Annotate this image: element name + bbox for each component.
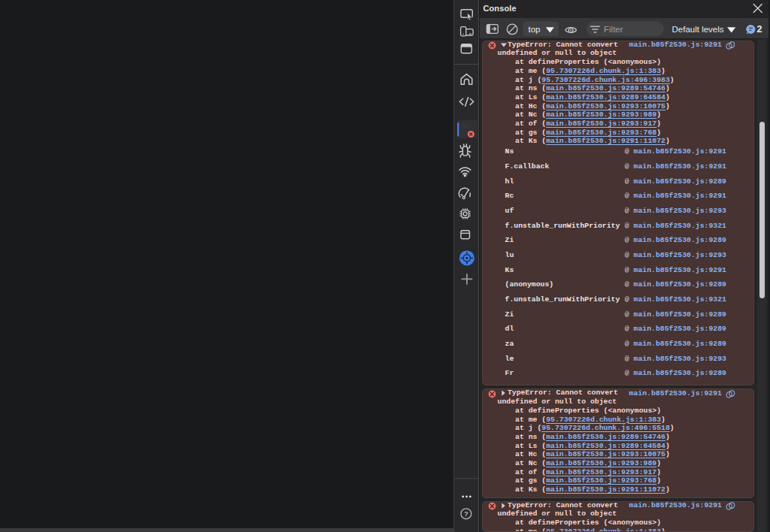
svg-text:?: ? — [464, 509, 468, 518]
